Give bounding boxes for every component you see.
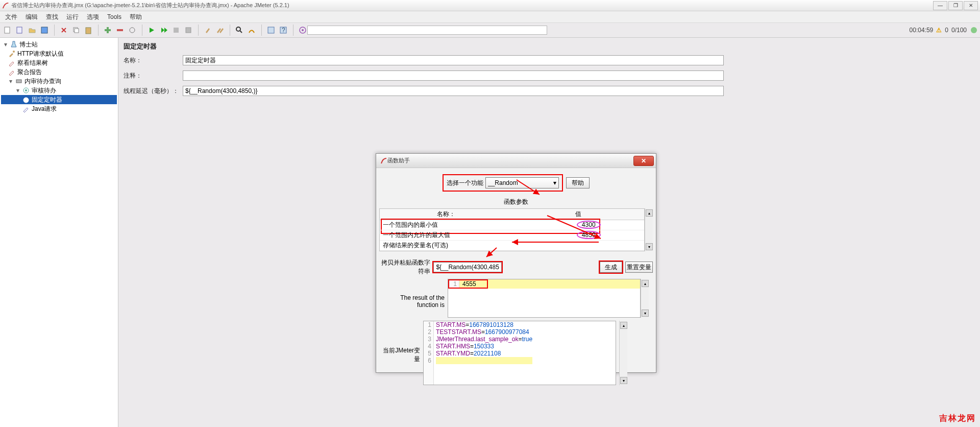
save-icon[interactable]	[39, 25, 50, 36]
name-input[interactable]	[183, 55, 724, 65]
window-title: 省信博士站内审待办查询.jmx (G:\apache-jmeter-5.2.1\…	[11, 2, 932, 9]
watermark: 吉林龙网	[939, 413, 976, 424]
annotation-box	[432, 261, 503, 273]
flask-icon	[10, 41, 17, 48]
tree-http-defaults[interactable]: HTTP请求默认值	[1, 49, 117, 58]
start-icon[interactable]	[146, 25, 157, 36]
collapse-icon[interactable]	[114, 25, 126, 36]
stop-icon[interactable]	[170, 25, 182, 36]
function-helper-icon[interactable]	[265, 25, 277, 36]
timer-icon	[22, 96, 30, 103]
shutdown-icon[interactable]	[183, 25, 194, 36]
spool-icon	[15, 78, 22, 85]
tree-controller[interactable]: ▾ 审核待办	[1, 86, 117, 95]
select-function-label: 选择一个功能	[447, 179, 483, 187]
copy-string-label: 拷贝并粘贴函数字符串	[379, 258, 430, 276]
svg-point-19	[13, 51, 15, 53]
svg-rect-0	[5, 27, 10, 33]
warning-icon[interactable]: ⚠	[936, 27, 942, 34]
maximize-button[interactable]: ❐	[948, 1, 963, 10]
result-textarea[interactable]: 1 4555	[448, 279, 641, 318]
scroll-up-icon[interactable]: ▴	[642, 280, 649, 287]
tree-thread-group[interactable]: ▾ 内审待办查询	[1, 77, 117, 86]
comment-input[interactable]	[183, 70, 724, 81]
menu-tools[interactable]: Tools	[103, 12, 126, 21]
expand-icon[interactable]	[102, 25, 113, 36]
clear-icon[interactable]	[202, 25, 213, 36]
annotation-circle[interactable]: 4850	[577, 231, 601, 239]
start-notimers-icon[interactable]	[158, 25, 169, 36]
paste-icon[interactable]	[83, 25, 94, 36]
col-value: 值	[512, 209, 644, 220]
params-header: 函数参数	[379, 198, 653, 206]
menu-bar: 文件 编辑 查找 运行 选项 Tools 帮助	[0, 11, 980, 22]
cut-icon[interactable]	[58, 25, 69, 36]
svg-rect-13	[268, 27, 274, 33]
svg-point-18	[971, 27, 977, 33]
window-controls: — ❐ ✕	[932, 1, 978, 10]
scroll-down-icon[interactable]: ▾	[646, 243, 653, 250]
dialog-titlebar[interactable]: 函数助手 ✕	[376, 154, 656, 168]
toolbar-search-input[interactable]	[307, 26, 547, 35]
thread-dump-icon[interactable]	[297, 25, 308, 36]
new-icon[interactable]	[2, 25, 13, 36]
delay-input[interactable]	[183, 86, 724, 96]
param-row[interactable]: 一个范围内允许的最大值 4850	[380, 230, 644, 241]
tree-root[interactable]: ▾ 博士站	[1, 40, 117, 49]
menu-search[interactable]: 查找	[42, 12, 62, 22]
open-icon[interactable]	[27, 25, 38, 36]
generate-button[interactable]: 生成	[600, 262, 622, 273]
tree-view-results[interactable]: 察看结果树	[1, 58, 117, 67]
elapsed-time: 00:04:59	[910, 27, 934, 34]
scroll-down-icon[interactable]: ▾	[642, 310, 649, 317]
vars-scrollbar[interactable]: ▴ ▾	[619, 321, 627, 385]
svg-rect-10	[174, 28, 179, 33]
chevron-down-icon: ▾	[553, 179, 556, 186]
vars-textarea[interactable]: 123456 START.MS=1667891013128TESTSTART.M…	[423, 321, 616, 385]
svg-text:?: ?	[282, 27, 285, 34]
toolbar: ? 00:04:59 ⚠ 0 0/100	[0, 22, 980, 38]
help-icon[interactable]: ?	[278, 25, 289, 36]
search-icon[interactable]	[234, 25, 245, 36]
annotation-box: 选择一个功能 __Random ▾	[443, 174, 563, 192]
annotation-box: 1 4555	[448, 279, 488, 289]
svg-point-17	[302, 29, 304, 31]
dialog-close-button[interactable]: ✕	[633, 156, 654, 166]
params-scrollbar[interactable]: ▴ ▾	[645, 208, 653, 251]
scroll-up-icon[interactable]: ▴	[646, 209, 653, 217]
tree-fixed-timer[interactable]: 固定定时器	[1, 95, 117, 104]
eyedropper-icon	[22, 105, 30, 112]
function-string-input[interactable]	[433, 262, 502, 272]
annotation-circle[interactable]: 4300	[577, 221, 601, 229]
scroll-down-icon[interactable]: ▾	[620, 377, 627, 384]
tree-aggregate-report[interactable]: 聚合报告	[1, 67, 117, 77]
eyedropper-icon	[8, 59, 15, 66]
wrench-icon	[8, 50, 15, 57]
reset-vars-button[interactable]: 重置变量	[625, 262, 653, 273]
tree-java-request[interactable]: Java请求	[1, 104, 117, 113]
copy-icon[interactable]	[70, 25, 82, 36]
jmeter-icon	[2, 2, 9, 9]
function-select[interactable]: __Random ▾	[485, 177, 559, 188]
minimize-button[interactable]: —	[933, 1, 947, 10]
clear-all-icon[interactable]	[214, 25, 226, 36]
menu-run[interactable]: 运行	[62, 12, 83, 22]
menu-file[interactable]: 文件	[1, 12, 21, 22]
menu-help[interactable]: 帮助	[126, 12, 146, 22]
test-plan-tree[interactable]: ▾ 博士站 HTTP请求默认值 察看结果树 聚合报告 ▾ 内审待办查询 ▾ 审核…	[0, 38, 118, 427]
param-row[interactable]: 一个范围内的最小值 4300	[380, 220, 644, 230]
scroll-up-icon[interactable]: ▴	[620, 322, 627, 329]
col-name: 名称：	[380, 209, 512, 220]
menu-edit[interactable]: 编辑	[21, 12, 42, 22]
svg-point-22	[25, 89, 27, 91]
result-scrollbar[interactable]: ▴ ▾	[641, 279, 649, 318]
help-button[interactable]: 帮助	[566, 177, 590, 188]
window-titlebar: 省信博士站内审待办查询.jmx (G:\apache-jmeter-5.2.1\…	[0, 0, 980, 11]
reset-search-icon[interactable]	[246, 25, 257, 36]
toggle-icon[interactable]	[127, 25, 138, 36]
param-row[interactable]: 存储结果的变量名(可选)	[380, 241, 644, 251]
template-icon[interactable]	[14, 25, 26, 36]
menu-options[interactable]: 选项	[83, 12, 103, 22]
svg-point-12	[236, 27, 240, 31]
close-window-button[interactable]: ✕	[964, 1, 978, 10]
